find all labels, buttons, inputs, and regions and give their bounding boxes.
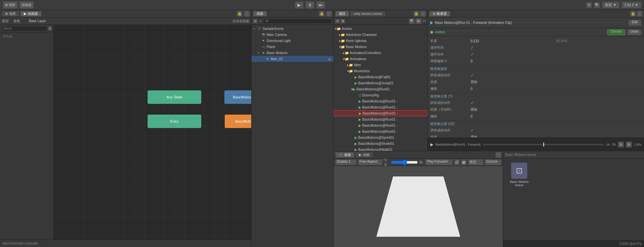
checkin-btn[interactable]: Checkin (607, 29, 625, 35)
empty-list-label: 空列表 (0, 32, 53, 41)
status-dropdown[interactable]: 状态 (468, 159, 483, 165)
proj-search-icon[interactable]: 🔍 (409, 18, 415, 24)
layout-dropdown[interactable]: 2 by 3 ▼ (622, 2, 641, 8)
folder-icon: 📁 (349, 63, 353, 67)
proj-item-basicmotions[interactable]: ▾ 📁 Basic Motions (334, 44, 427, 50)
play-focused-dropdown[interactable]: Play Focused (425, 159, 453, 165)
proj-item-animations[interactable]: ▾ 📁 Animations (334, 56, 427, 62)
hier-item-basicmotions[interactable]: ▾ ◈ Basic Motions (252, 50, 333, 56)
proj-item-walk01[interactable]: ▶ BasicMotions@Walk01 (334, 147, 427, 151)
hier-item-plane[interactable]: ▸ ▭ Plane (252, 44, 333, 50)
hier-item-samplescene[interactable]: ▾ ☷ SampleScene (252, 26, 333, 32)
proj-more-icon[interactable]: ⋮ (420, 11, 426, 17)
params-tab[interactable]: 参数 (13, 19, 20, 24)
proj-minus-btn[interactable]: ▾ (340, 19, 345, 24)
tab-animator[interactable]: ▶ 动画器 (20, 11, 42, 17)
hier-item-maincamera[interactable]: ▸ 📷 Main Camera (252, 32, 333, 38)
aspect-dropdown[interactable]: Free Aspect (358, 159, 382, 165)
edit-btn[interactable]: Edit (628, 20, 641, 26)
vc-tab[interactable]: Unity Version Control (350, 11, 386, 17)
pause-button[interactable]: ⏸ (306, 1, 314, 9)
forwards-state-node[interactable]: BasicMotions@Run01 - Forwards (224, 90, 251, 104)
proj-item-run01-sub6[interactable]: ▶ BasicMotions@Run01 - (334, 128, 427, 134)
hierarchy-search-input[interactable] (263, 18, 332, 24)
proj-item-movement[interactable]: ▾ 📁 Movement (334, 68, 427, 74)
animator-search-input[interactable] (1, 26, 47, 31)
proj-item-idles[interactable]: ▸ 📁 Idles (334, 62, 427, 68)
search-btn[interactable]: 🔍 (594, 2, 600, 8)
proj-item-fall01[interactable]: ▶ BasicMotions@Fall01 (334, 74, 427, 80)
proj-settings-icon[interactable]: ⚙ (416, 18, 422, 24)
display-dropdown[interactable]: Display 1 (335, 159, 357, 165)
timeline-shrink-icon[interactable]: ⊟ (618, 141, 624, 148)
proj-item-adventure[interactable]: ▸ 📁 Adventure Character (334, 32, 427, 38)
tab-anim[interactable]: ▶ 动画 (355, 152, 373, 158)
game-more-icon[interactable]: ⋮ (495, 152, 501, 158)
ik-btn[interactable]: 1K (606, 143, 610, 146)
main-content: ⊞ 场景 ▶ 动画器 🔒 ⋮ 图层 参数 Base Layer 自动实链接 (0, 10, 644, 247)
proj-item-strafe01[interactable]: ▶ BasicMotions@Strafe01 (334, 140, 427, 147)
proj-item-run01-sub3[interactable]: ▶ BasicMotions@Run01 - (334, 110, 427, 116)
hierarchy-lock-icon[interactable]: 🔒 (319, 11, 325, 17)
status-bar: CSDN @向宇it (503, 240, 644, 247)
hierarchy-more-icon[interactable]: ⋮ (326, 11, 332, 17)
animator-canvas[interactable]: Any State Entry BasicMotions@Idle01 Basi… (54, 25, 251, 240)
zoom-slider[interactable] (391, 160, 418, 164)
volume-icon[interactable]: 🔊 (454, 159, 460, 165)
insp-row-loopaction: 循环动作 ✓ (428, 51, 644, 58)
insp-section-rootrot: 根变换旋转 (428, 65, 644, 72)
animator-menu[interactable]: 动画器 (19, 1, 34, 9)
timeline-play-btn[interactable]: ▶ (430, 142, 433, 147)
proj-add-btn[interactable]: + (335, 19, 340, 24)
timeline-expand-icon[interactable]: ⊞ (626, 141, 632, 148)
proj-item-run01[interactable]: ▾ ▶ BasicMotions@Run01 (334, 86, 427, 92)
any-state-node[interactable]: Any State (148, 90, 201, 104)
proj-item-kevin[interactable]: ▸ 📁 Kevin Iglesias (334, 38, 427, 44)
scene-menu[interactable]: ⊞ 场景 (3, 1, 18, 9)
tab-inspector[interactable]: ⊙ 检查器 (429, 11, 450, 17)
tab-scene[interactable]: ⊞ 场景 (1, 11, 19, 17)
add-layer-btn[interactable]: + (48, 26, 52, 31)
inspector-actions: Added Checkin Undo (428, 28, 644, 36)
stats-icon[interactable]: ▦ (461, 159, 466, 165)
history-btn[interactable]: ↺ (586, 2, 592, 8)
undo-btn[interactable]: Undo (627, 29, 641, 35)
proj-item-run01-sub1[interactable]: ▶ BasicMotions@Run01 - (334, 98, 427, 104)
2d-btn[interactable]: 2D (612, 143, 616, 146)
base-layer-label: Base Layer (29, 19, 46, 23)
insp-row-based2: 依据（开始时） 原始 (428, 106, 644, 113)
proj-lock-icon[interactable]: 🔒 (413, 11, 419, 17)
timeline-bar[interactable] (483, 144, 604, 145)
insp-section-rpy: 根变换位置 (Y) (428, 93, 644, 99)
layers-tab[interactable]: 图层 (2, 19, 9, 24)
idle-state-node[interactable]: BasicMotions@Idle01 (225, 115, 251, 128)
proj-item-sprint01[interactable]: ▶ BasicMotions@Sprint01 (334, 134, 427, 140)
entry-state-node[interactable]: Entry (148, 115, 201, 128)
inspector-timeline: ▶ BasicMotions@Run01 - Forwards 1K 2D ⊟ … (428, 137, 644, 151)
scene-file-item[interactable]: ⊡ Basic Motions Scene (506, 161, 533, 188)
proj-item-dummyrig[interactable]: ⊡ DummyRig (334, 92, 427, 98)
char-icon: ◈ (265, 56, 270, 61)
proj-item-run01-sub2[interactable]: ▶ BasicMotions@Run01 - (334, 104, 427, 110)
proj-item-assets[interactable]: ▾ 📁 Assets (334, 26, 427, 32)
insp-lock-icon[interactable]: 🔒 (630, 11, 636, 17)
proj-item-run01-sub4[interactable]: ▶ BasicMotions@Run01 - (334, 116, 427, 122)
proj-item-animctrl[interactable]: ▸ 📁 AnimationControllers (334, 50, 427, 56)
more-icon[interactable]: ⋮ (244, 11, 250, 17)
tab-project[interactable]: 项目 (335, 11, 349, 17)
layer-dropdown[interactable]: 图层 ▼ (602, 2, 620, 8)
add-hier-btn[interactable]: + (253, 19, 258, 24)
anim-icon: ▶ (355, 142, 357, 146)
tab-hierarchy[interactable]: 层级 (253, 11, 267, 17)
step-button[interactable]: ⏭ (316, 1, 325, 9)
insp-more-icon[interactable]: ⋮ (637, 11, 643, 17)
tab-game[interactable]: 🎮 游戏 (335, 152, 355, 158)
hier-item-man01[interactable]: ▸ ◈ Man_01 ▶ (252, 56, 333, 62)
play-button[interactable]: ▶ (295, 1, 304, 9)
timeline-needle (543, 142, 544, 147)
gizmos-btn[interactable]: Gizmos (485, 159, 501, 165)
proj-item-jump01[interactable]: ▶ BasicMotions@Jump01 (334, 80, 427, 86)
hier-item-light[interactable]: ▸ ☀ Directional Light (252, 38, 333, 44)
lock-icon[interactable]: 🔒 (236, 11, 243, 17)
proj-item-run01-sub5[interactable]: ▶ BasicMotions@Run01 - (334, 122, 427, 128)
